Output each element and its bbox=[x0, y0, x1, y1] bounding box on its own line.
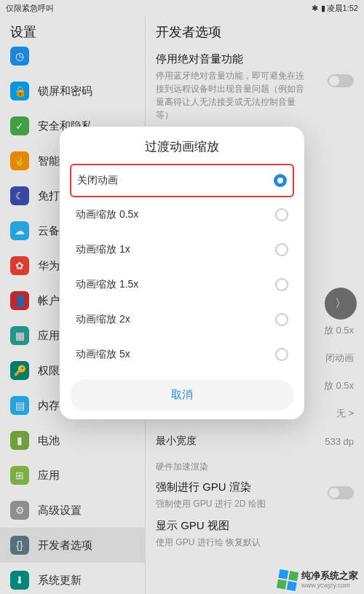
watermark: 纯净系统之家 www.ycwjzy.com bbox=[278, 571, 358, 590]
radio-icon bbox=[275, 348, 288, 361]
radio-icon bbox=[275, 243, 288, 256]
option-scale-1-5x[interactable]: 动画缩放 1.5x bbox=[70, 267, 294, 302]
option-label: 动画缩放 5x bbox=[76, 348, 130, 361]
option-label: 动画缩放 1.5x bbox=[76, 278, 138, 291]
radio-icon bbox=[275, 208, 288, 221]
radio-icon bbox=[275, 278, 288, 291]
dialog-title: 过渡动画缩放 bbox=[70, 138, 294, 155]
watermark-cn: 纯净系统之家 bbox=[301, 571, 358, 582]
cancel-button[interactable]: 取消 bbox=[70, 379, 294, 411]
option-scale-5x[interactable]: 动画缩放 5x bbox=[70, 337, 294, 372]
watermark-logo-icon bbox=[277, 569, 298, 591]
option-label: 动画缩放 2x bbox=[76, 313, 130, 326]
radio-selected-icon bbox=[274, 174, 287, 187]
dialog-options: 关闭动画 动画缩放 0.5x 动画缩放 1x 动画缩放 1.5x 动画缩放 2x… bbox=[70, 164, 294, 372]
radio-icon bbox=[275, 313, 288, 326]
option-animation-off[interactable]: 关闭动画 bbox=[70, 164, 294, 197]
watermark-en: www.ycwjzy.com bbox=[301, 582, 358, 589]
watermark-text: 纯净系统之家 www.ycwjzy.com bbox=[301, 571, 358, 589]
option-scale-1x[interactable]: 动画缩放 1x bbox=[70, 232, 294, 267]
option-scale-0-5x[interactable]: 动画缩放 0.5x bbox=[70, 197, 294, 232]
animation-scale-dialog: 过渡动画缩放 关闭动画 动画缩放 0.5x 动画缩放 1x 动画缩放 1.5x … bbox=[60, 127, 304, 419]
option-label: 关闭动画 bbox=[77, 174, 118, 187]
option-scale-2x[interactable]: 动画缩放 2x bbox=[70, 302, 294, 337]
option-label: 动画缩放 1x bbox=[76, 243, 130, 256]
option-label: 动画缩放 0.5x bbox=[76, 208, 138, 221]
